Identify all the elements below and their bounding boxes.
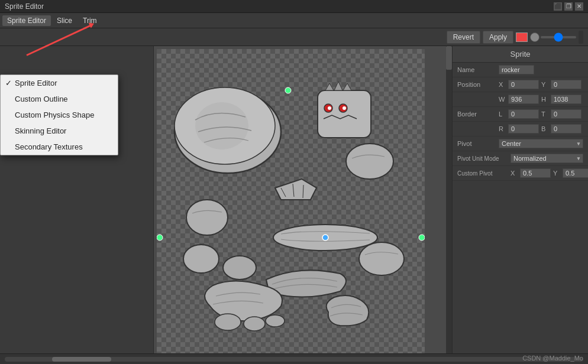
zoom-icon <box>530 32 539 42</box>
custom-pivot-row: Custom Pivot X Y <box>453 166 588 181</box>
name-input[interactable] <box>499 65 534 74</box>
border-label: Border <box>457 110 499 118</box>
close-button[interactable]: ✕ <box>575 2 583 11</box>
zoom-slider[interactable] <box>541 36 576 38</box>
svg-point-13 <box>322 235 328 240</box>
border-t-input[interactable] <box>551 109 581 119</box>
pivot-label: Pivot <box>457 140 499 147</box>
position-coords: X Y <box>499 80 583 89</box>
pos-y-input[interactable] <box>551 80 581 89</box>
main-area: Sprite Editor Custom Outline Custom Phys… <box>0 46 588 353</box>
svg-point-6 <box>328 106 331 110</box>
toolbar: Revert Apply <box>0 28 588 46</box>
border-row: Border L T <box>453 107 588 122</box>
pivot-unit-mode-select[interactable]: Normalized Pixels <box>511 154 583 163</box>
size-row: W H <box>453 92 588 107</box>
svg-marker-9 <box>334 82 343 90</box>
color-picker[interactable] <box>516 32 528 42</box>
position-label: Position <box>457 81 499 88</box>
revert-button[interactable]: Revert <box>447 31 480 44</box>
custom-pivot-y-input[interactable] <box>563 168 588 178</box>
svg-point-18 <box>215 314 241 330</box>
left-panel: Sprite Editor Custom Outline Custom Phys… <box>0 46 154 353</box>
custom-pivot-coords: X Y <box>511 168 588 178</box>
horizontal-scrollbar-thumb[interactable] <box>52 357 111 362</box>
svg-point-2 <box>195 102 248 150</box>
custom-pivot-label: Custom Pivot <box>457 170 511 177</box>
border-rb-coords: R B <box>499 124 583 134</box>
dropdown-item-sprite-editor[interactable]: Sprite Editor <box>1 75 118 91</box>
svg-point-7 <box>343 106 346 110</box>
watermark: CSDN @Maddie_Mo <box>522 355 583 362</box>
pos-x-input[interactable] <box>508 80 539 89</box>
svg-point-19 <box>244 317 265 331</box>
name-row: Name <box>453 63 588 77</box>
right-panel: Sprite Name Position X Y W H <box>452 46 588 353</box>
svg-marker-8 <box>325 83 334 90</box>
dropdown-item-skinning-editor[interactable]: Skinning Editor <box>1 123 118 139</box>
horizontal-scrollbar[interactable] <box>5 357 583 362</box>
apply-button[interactable]: Apply <box>483 31 513 44</box>
minimize-button[interactable]: ⬛ <box>554 2 562 11</box>
dropdown-item-custom-outline[interactable]: Custom Outline <box>1 91 118 107</box>
menu-item-slice[interactable]: Slice <box>52 15 77 26</box>
bottom-bar <box>0 353 588 364</box>
sprite-canvas <box>157 49 425 353</box>
canvas-area[interactable] <box>154 46 452 353</box>
zoom-slider-container <box>530 32 576 42</box>
width-input[interactable] <box>508 95 539 104</box>
svg-point-14 <box>186 200 228 235</box>
dropdown-item-secondary-textures[interactable]: Secondary Textures <box>1 139 118 155</box>
border-r-input[interactable] <box>508 124 539 134</box>
pivot-unit-mode-row: Pivot Unit Mode Normalized Pixels ▼ <box>453 151 588 166</box>
position-row: Position X Y <box>453 77 588 92</box>
svg-point-17 <box>223 256 256 280</box>
name-label: Name <box>457 66 499 73</box>
svg-marker-10 <box>343 83 351 90</box>
border-lt-coords: L T <box>499 109 583 119</box>
sprite-panel-title: Sprite <box>453 46 588 63</box>
custom-pivot-x-input[interactable] <box>520 168 551 178</box>
pivot-unit-mode-label: Pivot Unit Mode <box>457 155 511 162</box>
menu-item-sprite-editor[interactable]: Sprite Editor <box>2 15 51 26</box>
vertical-scrollbar-toolbar <box>579 31 583 44</box>
border-l-input[interactable] <box>508 109 539 119</box>
svg-point-16 <box>183 245 219 273</box>
sprite-svg <box>157 49 425 353</box>
pivot-unit-mode-select-wrapper: Normalized Pixels ▼ <box>511 154 583 163</box>
svg-point-15 <box>359 242 404 275</box>
vertical-scrollbar[interactable] <box>446 46 452 353</box>
size-coords: W H <box>499 95 583 104</box>
dropdown-menu: Sprite Editor Custom Outline Custom Phys… <box>0 74 118 155</box>
height-input[interactable] <box>551 95 581 104</box>
title-bar-text: Sprite Editor <box>5 2 44 11</box>
title-bar-controls: ⬛ ❐ ✕ <box>554 2 583 11</box>
pivot-select-wrapper: Center Top Left Top Top Right Left Right… <box>499 139 583 148</box>
pivot-row: Pivot Center Top Left Top Top Right Left… <box>453 136 588 151</box>
svg-point-23 <box>419 235 425 240</box>
title-bar: Sprite Editor ⬛ ❐ ✕ <box>0 0 588 13</box>
maximize-button[interactable]: ❐ <box>564 2 573 11</box>
dropdown-item-custom-physics[interactable]: Custom Physics Shape <box>1 107 118 123</box>
svg-point-21 <box>285 87 291 93</box>
border-b-input[interactable] <box>551 124 581 134</box>
pivot-select[interactable]: Center Top Left Top Top Right Left Right… <box>499 139 583 148</box>
vertical-scrollbar-thumb[interactable] <box>446 46 452 70</box>
svg-point-22 <box>157 235 163 240</box>
svg-rect-3 <box>318 90 371 138</box>
border-rb-row: R B <box>453 122 588 136</box>
svg-point-20 <box>266 315 285 327</box>
svg-point-11 <box>346 144 393 179</box>
